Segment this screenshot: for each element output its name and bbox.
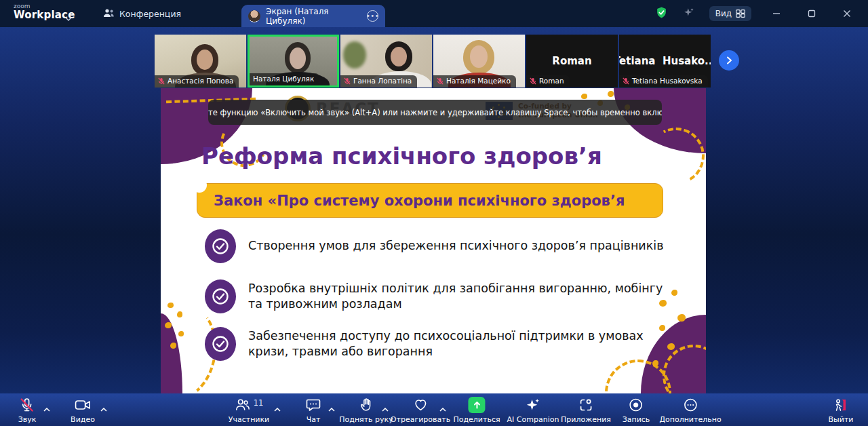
leave-meeting-icon <box>833 397 849 413</box>
share-screen-button[interactable]: Поделиться <box>453 397 500 424</box>
video-tile-anastasiia-popova[interactable]: Анастасія Попова <box>155 35 246 88</box>
slide-bullet-text: Забезпечення доступу до психосоціальної … <box>248 328 665 360</box>
decor-dot <box>167 303 174 308</box>
view-button[interactable]: Вид <box>709 6 751 21</box>
maximize-button[interactable] <box>802 0 822 27</box>
video-tile-natalia-tsybuliak[interactable]: Наталя Цибуляк <box>248 35 339 88</box>
participants-icon <box>235 397 251 413</box>
participant-face <box>470 45 488 68</box>
minimize-button[interactable] <box>766 0 787 27</box>
record-icon <box>628 397 644 413</box>
ai-sparkle-status-icon[interactable] <box>683 7 694 21</box>
more-button-label: Дополнительно <box>659 415 721 424</box>
tab-screen-share[interactable]: Экран (Наталя Цибуляк) ••• <box>241 5 385 27</box>
participant-name-label: Tetiana Husakovska <box>619 75 708 88</box>
checkmark-circle-icon <box>205 279 236 313</box>
participant-face <box>290 47 306 69</box>
mic-muted-icon <box>437 77 443 85</box>
participant-name-label: Анастасія Попова <box>155 75 239 88</box>
video-tile-nataliia-matseiko[interactable]: Наталія Мацейко <box>433 35 525 88</box>
participants-count: 11 <box>254 398 264 408</box>
audio-options-chevron[interactable] <box>43 402 50 414</box>
audio-button[interactable]: Звук <box>18 397 37 424</box>
decor-dot <box>170 343 176 349</box>
workspace-chevron-down-icon[interactable] <box>65 11 72 24</box>
slide-bullet-3: Забезпечення доступу до психосоціальної … <box>205 327 665 361</box>
slide-bullet-2: Розробка внутрішніх політик для запобіга… <box>205 279 665 313</box>
apps-button-label: Приложения <box>561 415 611 424</box>
decor-dot <box>677 314 686 322</box>
participant-name-text: Tetiana Husakovska <box>632 77 703 85</box>
checkmark-circle-icon <box>205 327 236 361</box>
decor-dot <box>581 94 587 99</box>
mic-muted-icon <box>19 397 35 413</box>
ai-companion-button-label: AI Companion <box>507 415 559 424</box>
camera-icon <box>74 397 92 413</box>
leave-button-label: Выйти <box>829 415 854 424</box>
decor-dot <box>671 290 677 296</box>
titlebar-right-controls: Вид <box>655 0 857 27</box>
mic-muted-icon <box>158 77 165 85</box>
title-bar: zoom Workplace Конференция Экран (Наталя… <box>0 0 868 27</box>
audio-button-label: Звук <box>18 415 37 424</box>
participant-name-text: Наталя Цибуляк <box>253 75 314 83</box>
participant-name-text: Ганна Лопатіна <box>353 77 412 85</box>
participant-face <box>197 50 213 70</box>
video-tile-hanna-lopatina[interactable]: Ганна Лопатіна <box>340 35 432 88</box>
chat-icon <box>305 397 321 413</box>
participant-name-label: Roman <box>526 75 570 88</box>
react-options-chevron[interactable] <box>439 402 446 414</box>
chat-button-label: Чат <box>307 415 321 424</box>
more-ellipsis-icon <box>682 397 698 413</box>
decor-dot <box>178 331 184 336</box>
participants-options-chevron[interactable] <box>274 402 281 414</box>
people-icon <box>103 8 115 20</box>
chevron-right-icon <box>725 56 733 64</box>
video-options-chevron[interactable] <box>100 402 107 414</box>
participant-name-text: Наталія Мацейко <box>446 77 511 85</box>
decor-dot <box>177 311 182 317</box>
video-tile-roman[interactable]: Roman Roman <box>526 35 618 88</box>
react-button-label: Отреагировать <box>391 415 450 424</box>
tab-conference[interactable]: Конференция <box>96 0 188 27</box>
ai-companion-icon <box>525 397 541 413</box>
participant-name-label: Наталія Мацейко <box>433 75 516 88</box>
participants-button[interactable]: 11 Участники <box>229 397 270 424</box>
share-screen-icon <box>469 397 486 413</box>
plant-decor <box>343 41 366 69</box>
participant-face <box>391 47 407 66</box>
video-tile-tetiana-husakovska[interactable]: Tetiana Husako... Tetiana Husakovska <box>619 35 711 88</box>
video-button[interactable]: Видео <box>71 397 95 424</box>
video-strip: Анастасія Попова Наталя Цибуляк Ганна Ло… <box>155 35 711 88</box>
apps-icon <box>578 397 594 413</box>
raise-hand-icon <box>358 397 374 413</box>
slide-bullet-text: Розробка внутрішніх політик для запобіга… <box>248 281 665 312</box>
participants-button-label: Участники <box>229 415 270 424</box>
leave-button[interactable]: Выйти <box>829 397 854 424</box>
slide-law-box: Закон «Про систему охорони психічного зд… <box>197 183 663 218</box>
slide-title: Реформа психічного здоров’я <box>201 142 676 170</box>
next-videos-button[interactable] <box>719 50 739 71</box>
shared-screen-slide: Реформа психічного здоров’я Закон «Про с… <box>161 88 706 393</box>
ai-companion-button[interactable]: AI Companion <box>507 397 559 424</box>
layout-grid-icon <box>736 9 745 18</box>
decor-dot <box>165 322 172 328</box>
participant-name-label: Наталя Цибуляк <box>250 73 319 85</box>
tab-more-icon[interactable]: ••• <box>367 10 378 22</box>
record-button[interactable]: Запись <box>623 397 650 424</box>
decor-dot <box>608 91 614 97</box>
close-button[interactable] <box>837 0 857 27</box>
decor-dot <box>652 360 658 366</box>
slide-bullet-1: Створення умов для збереження психічного… <box>205 229 665 263</box>
raise-hand-options-chevron[interactable] <box>382 402 389 414</box>
heart-icon <box>412 397 429 413</box>
mic-muted-icon <box>530 77 536 85</box>
apps-button[interactable]: Приложения <box>561 397 611 424</box>
participant-name-text: Roman <box>539 77 564 85</box>
chat-options-chevron[interactable] <box>328 402 335 414</box>
raise-hand-button-label: Поднять руку <box>339 415 393 424</box>
security-shield-icon[interactable] <box>655 6 668 22</box>
tab-avatar <box>248 10 260 22</box>
chat-button[interactable]: Чат <box>305 397 321 424</box>
more-button[interactable]: Дополнительно <box>659 397 721 424</box>
